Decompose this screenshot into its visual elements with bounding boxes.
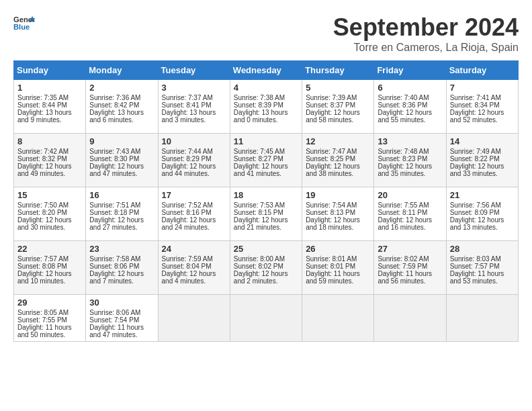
col-thursday: Thursday bbox=[302, 61, 374, 80]
table-row: 4Sunrise: 7:38 AMSunset: 8:39 PMDaylight… bbox=[230, 80, 302, 134]
table-row: 12Sunrise: 7:47 AMSunset: 8:25 PMDayligh… bbox=[302, 134, 374, 187]
col-friday: Friday bbox=[374, 61, 446, 80]
table-row: 21Sunrise: 7:56 AMSunset: 8:09 PMDayligh… bbox=[446, 187, 518, 241]
table-row: 15Sunrise: 7:50 AMSunset: 8:20 PMDayligh… bbox=[14, 187, 86, 241]
table-row: 13Sunrise: 7:48 AMSunset: 8:23 PMDayligh… bbox=[374, 134, 446, 187]
calendar-week-4: 22Sunrise: 7:57 AMSunset: 8:08 PMDayligh… bbox=[14, 241, 519, 295]
table-row: 22Sunrise: 7:57 AMSunset: 8:08 PMDayligh… bbox=[14, 241, 86, 295]
table-row: 23Sunrise: 7:58 AMSunset: 8:06 PMDayligh… bbox=[86, 241, 158, 295]
table-row: 1Sunrise: 7:35 AMSunset: 8:44 PMDaylight… bbox=[14, 80, 86, 134]
table-row: 30Sunrise: 8:06 AMSunset: 7:54 PMDayligh… bbox=[86, 295, 158, 342]
page-header: General Blue September 2024 Torre en Cam… bbox=[13, 13, 519, 54]
svg-text:Blue: Blue bbox=[13, 23, 30, 31]
location-title: Torre en Cameros, La Rioja, Spain bbox=[333, 42, 519, 54]
table-row: 29Sunrise: 8:05 AMSunset: 7:55 PMDayligh… bbox=[14, 295, 86, 342]
table-row bbox=[446, 295, 518, 342]
calendar-week-1: 1Sunrise: 7:35 AMSunset: 8:44 PMDaylight… bbox=[14, 80, 519, 134]
table-row: 18Sunrise: 7:53 AMSunset: 8:15 PMDayligh… bbox=[230, 187, 302, 241]
col-sunday: Sunday bbox=[14, 61, 86, 80]
table-row bbox=[374, 295, 446, 342]
table-row: 2Sunrise: 7:36 AMSunset: 8:42 PMDaylight… bbox=[86, 80, 158, 134]
table-row: 9Sunrise: 7:43 AMSunset: 8:30 PMDaylight… bbox=[86, 134, 158, 187]
logo: General Blue bbox=[13, 13, 35, 32]
table-row: 7Sunrise: 7:41 AMSunset: 8:34 PMDaylight… bbox=[446, 80, 518, 134]
col-wednesday: Wednesday bbox=[230, 61, 302, 80]
table-row: 14Sunrise: 7:49 AMSunset: 8:22 PMDayligh… bbox=[446, 134, 518, 187]
col-monday: Monday bbox=[86, 61, 158, 80]
calendar-week-2: 8Sunrise: 7:42 AMSunset: 8:32 PMDaylight… bbox=[14, 134, 519, 187]
title-area: September 2024 Torre en Cameros, La Rioj… bbox=[333, 13, 519, 54]
table-row: 27Sunrise: 8:02 AMSunset: 7:59 PMDayligh… bbox=[374, 241, 446, 295]
logo-icon: General Blue bbox=[13, 13, 35, 32]
table-row: 17Sunrise: 7:52 AMSunset: 8:16 PMDayligh… bbox=[158, 187, 230, 241]
month-title: September 2024 bbox=[333, 13, 519, 42]
col-tuesday: Tuesday bbox=[158, 61, 230, 80]
calendar-week-5: 29Sunrise: 8:05 AMSunset: 7:55 PMDayligh… bbox=[14, 295, 519, 342]
table-row: 11Sunrise: 7:45 AMSunset: 8:27 PMDayligh… bbox=[230, 134, 302, 187]
table-row: 25Sunrise: 8:00 AMSunset: 8:02 PMDayligh… bbox=[230, 241, 302, 295]
header-row: Sunday Monday Tuesday Wednesday Thursday… bbox=[14, 61, 519, 80]
table-row: 6Sunrise: 7:40 AMSunset: 8:36 PMDaylight… bbox=[374, 80, 446, 134]
table-row: 5Sunrise: 7:39 AMSunset: 8:37 PMDaylight… bbox=[302, 80, 374, 134]
table-row: 19Sunrise: 7:54 AMSunset: 8:13 PMDayligh… bbox=[302, 187, 374, 241]
table-row: 20Sunrise: 7:55 AMSunset: 8:11 PMDayligh… bbox=[374, 187, 446, 241]
table-row: 8Sunrise: 7:42 AMSunset: 8:32 PMDaylight… bbox=[14, 134, 86, 187]
table-row: 3Sunrise: 7:37 AMSunset: 8:41 PMDaylight… bbox=[158, 80, 230, 134]
table-row bbox=[230, 295, 302, 342]
table-row: 16Sunrise: 7:51 AMSunset: 8:18 PMDayligh… bbox=[86, 187, 158, 241]
calendar-table: Sunday Monday Tuesday Wednesday Thursday… bbox=[13, 60, 519, 342]
calendar-week-3: 15Sunrise: 7:50 AMSunset: 8:20 PMDayligh… bbox=[14, 187, 519, 241]
table-row: 10Sunrise: 7:44 AMSunset: 8:29 PMDayligh… bbox=[158, 134, 230, 187]
table-row: 26Sunrise: 8:01 AMSunset: 8:01 PMDayligh… bbox=[302, 241, 374, 295]
table-row bbox=[158, 295, 230, 342]
col-saturday: Saturday bbox=[446, 61, 518, 80]
table-row: 28Sunrise: 8:03 AMSunset: 7:57 PMDayligh… bbox=[446, 241, 518, 295]
table-row bbox=[302, 295, 374, 342]
table-row: 24Sunrise: 7:59 AMSunset: 8:04 PMDayligh… bbox=[158, 241, 230, 295]
